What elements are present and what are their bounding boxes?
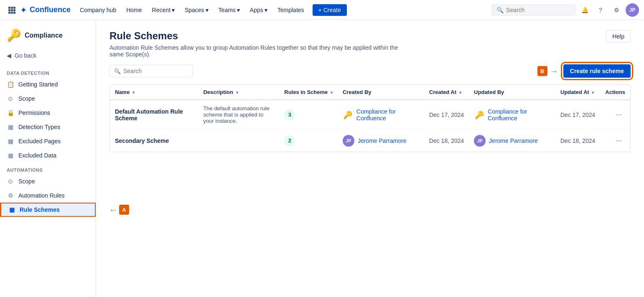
confluence-logo[interactable]: ✦ Confluence (20, 5, 71, 15)
sidebar-item-excluded-pages[interactable]: ▦ Excluded Pages (0, 134, 96, 148)
col-created-at: Created At ▾ (424, 85, 469, 100)
chevron-down-icon: ▾ (172, 7, 175, 13)
nav-apps[interactable]: Apps ▾ (246, 4, 272, 16)
updated-by-col: JPJerome Parramore (469, 129, 555, 152)
global-search-box[interactable]: 🔍 (492, 5, 575, 15)
create-rule-scheme-button[interactable]: Create rule scheme (563, 64, 631, 78)
svg-rect-1 (11, 7, 13, 9)
rule-schemes-icon: ▦ (8, 206, 15, 213)
svg-rect-3 (8, 9, 10, 11)
updated-by-cell[interactable]: JPJerome Parramore (474, 135, 550, 147)
nav-templates[interactable]: Templates (273, 4, 308, 16)
compliance-key-icon: 🔑 (7, 28, 21, 42)
svg-rect-2 (13, 7, 15, 9)
key-icon: 🔑 (343, 109, 353, 121)
sort-icon[interactable]: ▾ (236, 90, 238, 95)
nav-home[interactable]: Home (122, 4, 146, 16)
key-icon: 🔑 (474, 109, 484, 121)
global-search-input[interactable] (506, 7, 571, 13)
sidebar-item-getting-started[interactable]: 📋 Getting Started (0, 77, 96, 91)
sidebar-item-scope[interactable]: ⊙ Scope (0, 91, 96, 106)
top-navigation: ✦ Confluence Company hub Home Recent ▾ S… (0, 0, 644, 20)
sort-icon[interactable]: ▾ (132, 90, 135, 95)
user-avatar[interactable]: JP (626, 3, 639, 17)
svg-rect-5 (13, 9, 15, 11)
svg-rect-6 (8, 12, 10, 14)
auto-scope-icon: ⊙ (7, 178, 14, 185)
grid-icon[interactable] (5, 3, 18, 17)
col-updated-at: Updated At ▾ (555, 85, 600, 100)
notifications-button[interactable]: 🔔 (578, 3, 591, 17)
chevron-down-icon: ▾ (265, 7, 267, 13)
rules-cell: 3 (279, 100, 338, 129)
go-back-button[interactable]: ◀ Go back (0, 49, 96, 62)
search-icon: 🔍 (496, 7, 504, 13)
col-description: Description ▾ (198, 85, 279, 100)
created-by-col: JPJerome Parramore (338, 129, 424, 152)
table-row: Secondary Scheme 2 JPJerome Parramore De… (110, 129, 630, 152)
nav-recent[interactable]: Recent ▾ (148, 4, 179, 16)
svg-rect-8 (13, 12, 15, 14)
annotation-b-box: B (537, 66, 547, 76)
name-cell: Secondary Scheme (110, 129, 198, 152)
nav-company-hub[interactable]: Company hub (76, 4, 120, 16)
rule-schemes-table: Name ▾ Description ▾ Rules in Scheme ▾ (109, 84, 631, 152)
automation-rules-icon: ⚙ (7, 192, 14, 199)
table-search-box[interactable]: 🔍 (109, 65, 193, 77)
user-avatar: JP (474, 135, 486, 147)
help-button[interactable]: Help (606, 30, 631, 43)
table-row: Default Automation Rule Scheme The defau… (110, 100, 630, 129)
actions-cell: ··· (600, 129, 630, 152)
created-by-col: 🔑Compliance for Confluence (338, 100, 424, 129)
sort-icon[interactable]: ▾ (592, 90, 594, 95)
chevron-down-icon: ▾ (206, 7, 209, 13)
col-updated-by: Updated By (469, 85, 555, 100)
updated-by-col: 🔑Compliance for Confluence (469, 100, 555, 129)
description-cell (198, 129, 279, 152)
col-rules: Rules in Scheme ▾ (279, 85, 338, 100)
confluence-logo-icon: ✦ (20, 5, 27, 15)
sidebar-item-detection-types[interactable]: ▦ Detection Types (0, 120, 96, 134)
sidebar-item-auto-scope[interactable]: ⊙ Scope (0, 174, 96, 188)
scope-icon: ⊙ (7, 95, 14, 102)
row-actions-button[interactable]: ··· (612, 109, 625, 121)
chevron-down-icon: ▾ (237, 7, 240, 13)
sidebar-item-automation-rules[interactable]: ⚙ Automation Rules (0, 188, 96, 203)
nav-teams[interactable]: Teams ▾ (214, 4, 244, 16)
annotation-arrow: → (550, 66, 558, 76)
description-cell: The default automation rule scheme that … (198, 100, 279, 129)
search-icon: 🔍 (114, 68, 121, 74)
toolbar: 🔍 B → Create rule scheme (109, 64, 631, 78)
col-created-by: Created By (338, 85, 424, 100)
sidebar-item-rule-schemes[interactable]: ▦ Rule Schemes ← A (0, 203, 96, 217)
created-at-cell: Dec 17, 2024 (424, 100, 469, 129)
sidebar: 🔑 Compliance ◀ Go back DATA DETECTION 📋 … (0, 20, 96, 297)
page-header-text: Rule Schemes Automation Rule Schemes all… (109, 30, 410, 58)
create-button[interactable]: + Create (313, 4, 347, 16)
excluded-pages-icon: ▦ (7, 137, 14, 145)
nav-spaces[interactable]: Spaces ▾ (181, 4, 213, 16)
sort-icon[interactable]: ▾ (459, 90, 461, 95)
sidebar-item-permissions[interactable]: 🔒 Permissions (0, 106, 96, 120)
help-button[interactable]: ? (594, 3, 607, 17)
table-body: Default Automation Rule Scheme The defau… (110, 100, 630, 152)
sort-icon[interactable]: ▾ (331, 90, 333, 95)
main-header: Rule Schemes Automation Rule Schemes all… (109, 30, 631, 58)
updated-by-cell[interactable]: 🔑Compliance for Confluence (474, 108, 550, 122)
page-title: Rule Schemes (109, 30, 410, 42)
settings-button[interactable]: ⚙ (610, 3, 623, 17)
back-arrow-icon: ◀ (7, 52, 11, 59)
col-name: Name ▾ (110, 85, 198, 100)
sidebar-item-excluded-data[interactable]: ▦ Excluded Data (0, 148, 96, 162)
created-by-cell[interactable]: JPJerome Parramore (343, 135, 419, 147)
automations-section-label: AUTOMATIONS (0, 162, 96, 174)
data-detection-section-label: DATA DETECTION (0, 66, 96, 77)
table-search-input[interactable] (123, 68, 188, 74)
row-actions-button[interactable]: ··· (612, 135, 625, 147)
detection-types-icon: ▦ (7, 123, 14, 131)
actions-cell: ··· (600, 100, 630, 129)
created-by-cell[interactable]: 🔑Compliance for Confluence (343, 108, 419, 122)
table-header: Name ▾ Description ▾ Rules in Scheme ▾ (110, 85, 630, 100)
updated-at-cell: Dec 17, 2024 (555, 100, 600, 129)
svg-rect-4 (11, 9, 13, 11)
